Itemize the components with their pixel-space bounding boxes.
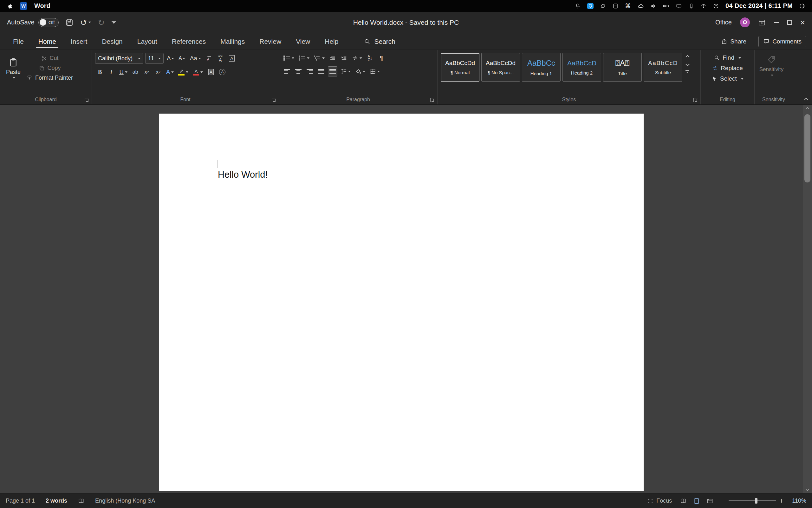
clear-formatting-button[interactable] [204, 53, 214, 64]
zoom-percentage[interactable]: 110% [792, 498, 806, 504]
command-icon[interactable]: ⌘ [625, 3, 631, 9]
italic-button[interactable]: I [106, 67, 116, 77]
shrink-font-button[interactable]: A [177, 53, 187, 64]
line-spacing-button[interactable] [339, 66, 352, 77]
share-button[interactable]: Share [717, 36, 751, 47]
page-indicator[interactable]: Page 1 of 1 [6, 498, 35, 504]
justify-button[interactable] [317, 66, 326, 77]
style-subtitle[interactable]: AaBbCcD Subtitle [643, 53, 682, 82]
close-button[interactable]: × [800, 18, 805, 27]
underline-button[interactable]: U [118, 67, 129, 77]
text-highlight-button[interactable] [177, 67, 190, 77]
collapse-ribbon-button[interactable] [804, 98, 808, 102]
change-case-button[interactable]: Aa [189, 53, 202, 64]
style-normal[interactable]: AaBbCcDd ¶ Normal [441, 53, 479, 82]
account-avatar[interactable]: O [740, 17, 750, 27]
wifi-icon[interactable] [701, 3, 706, 9]
vertical-scrollbar[interactable] [803, 105, 812, 494]
multilevel-list-button[interactable] [313, 53, 326, 63]
styles-scroll-down-button[interactable] [685, 62, 689, 66]
align-right-button[interactable] [305, 66, 315, 77]
scrollbar-thumb[interactable] [804, 114, 810, 182]
volume-icon[interactable] [651, 3, 656, 9]
enclose-circle-button[interactable]: A [218, 67, 227, 77]
focus-button[interactable]: Focus [648, 498, 672, 504]
asian-layout-button[interactable] [351, 53, 363, 63]
align-center-button[interactable] [294, 66, 303, 77]
styles-scroll-up-button[interactable] [685, 55, 689, 59]
tab-view[interactable]: View [289, 33, 317, 49]
undo-button[interactable]: ↺ [80, 18, 91, 27]
font-dialog-launcher[interactable] [272, 98, 276, 102]
styles-more-button[interactable] [685, 70, 689, 73]
text-effects-button[interactable]: A [165, 67, 175, 77]
tab-home[interactable]: Home [31, 33, 63, 49]
tab-review[interactable]: Review [252, 33, 289, 49]
sensitivity-button[interactable]: Sensitivity [758, 53, 785, 76]
bold-button[interactable]: B [95, 67, 105, 77]
account-icon[interactable] [713, 3, 719, 9]
office-label[interactable]: Office [715, 19, 732, 26]
customize-quick-access-button[interactable] [111, 21, 116, 24]
save-button[interactable] [66, 19, 73, 26]
show-paragraph-marks-button[interactable]: ¶ [377, 53, 386, 63]
paste-button[interactable]: Paste [3, 53, 23, 81]
battery-icon[interactable] [663, 3, 669, 9]
replace-button[interactable]: Replace [704, 65, 751, 72]
print-layout-button[interactable] [694, 498, 700, 504]
cloud-icon[interactable] [637, 3, 644, 9]
decrease-indent-button[interactable] [328, 53, 337, 63]
cut-button[interactable]: Cut [27, 55, 73, 61]
tab-help[interactable]: Help [317, 33, 346, 49]
search-button[interactable]: Search [364, 33, 395, 49]
zoom-in-button[interactable]: + [779, 498, 783, 505]
scroll-down-button[interactable] [806, 488, 809, 491]
styles-dialog-launcher[interactable] [694, 98, 698, 102]
numbering-button[interactable] [297, 53, 311, 63]
select-button[interactable]: Select [704, 75, 751, 82]
apple-icon[interactable] [7, 3, 13, 9]
tab-layout[interactable]: Layout [130, 33, 164, 49]
font-size-select[interactable]: 11 [145, 53, 163, 64]
font-color-button[interactable]: A [192, 67, 204, 77]
copy-button[interactable]: Copy [27, 65, 73, 71]
tab-file[interactable]: File [6, 33, 31, 49]
zoom-slider-thumb[interactable] [755, 498, 758, 504]
shading-button[interactable] [354, 66, 367, 77]
tab-references[interactable]: References [164, 33, 213, 49]
document-page[interactable]: Hello World! [159, 114, 643, 491]
shield-app-icon[interactable] [587, 3, 593, 9]
clipboard-dialog-launcher[interactable] [85, 98, 89, 102]
enclose-characters-button[interactable]: A [227, 53, 237, 64]
align-left-button[interactable] [282, 66, 292, 77]
zoom-slider[interactable] [729, 500, 776, 501]
increase-indent-button[interactable] [339, 53, 349, 63]
scroll-up-button[interactable] [806, 107, 809, 110]
web-layout-button[interactable] [707, 498, 713, 504]
sort-button[interactable]: AZ↓ [365, 53, 375, 63]
zoom-out-button[interactable]: − [721, 498, 725, 505]
grow-font-button[interactable]: A [165, 53, 175, 64]
paragraph-dialog-launcher[interactable] [430, 98, 434, 102]
document-text[interactable]: Hello World! [218, 169, 268, 180]
word-count[interactable]: 2 words [46, 498, 67, 504]
control-center-icon[interactable] [799, 3, 805, 9]
tab-insert[interactable]: Insert [63, 33, 95, 49]
style-title[interactable]: ⍰A⍰ Title [603, 53, 642, 82]
format-painter-button[interactable]: Format Painter [27, 75, 73, 81]
display-icon[interactable] [676, 3, 682, 9]
menubar-app-name[interactable]: Word [34, 2, 50, 9]
spellcheck-button[interactable] [78, 498, 84, 504]
device-icon[interactable] [688, 3, 694, 9]
find-button[interactable]: Find [704, 54, 751, 61]
menubar-datetime[interactable]: 04 Dec 2024 | 6:11 PM [725, 2, 793, 9]
phonetic-guide-button[interactable]: abcA [216, 53, 225, 64]
distribute-text-button[interactable] [328, 66, 337, 77]
comments-button[interactable]: Comments [758, 36, 806, 47]
strikethrough-button[interactable]: ab [131, 67, 140, 77]
font-name-select[interactable]: Calibri (Body) [95, 53, 143, 64]
bell-icon[interactable] [575, 3, 580, 9]
sync-icon[interactable] [600, 3, 606, 9]
bullets-button[interactable] [282, 53, 295, 63]
redo-button[interactable]: ↻ [98, 18, 105, 27]
